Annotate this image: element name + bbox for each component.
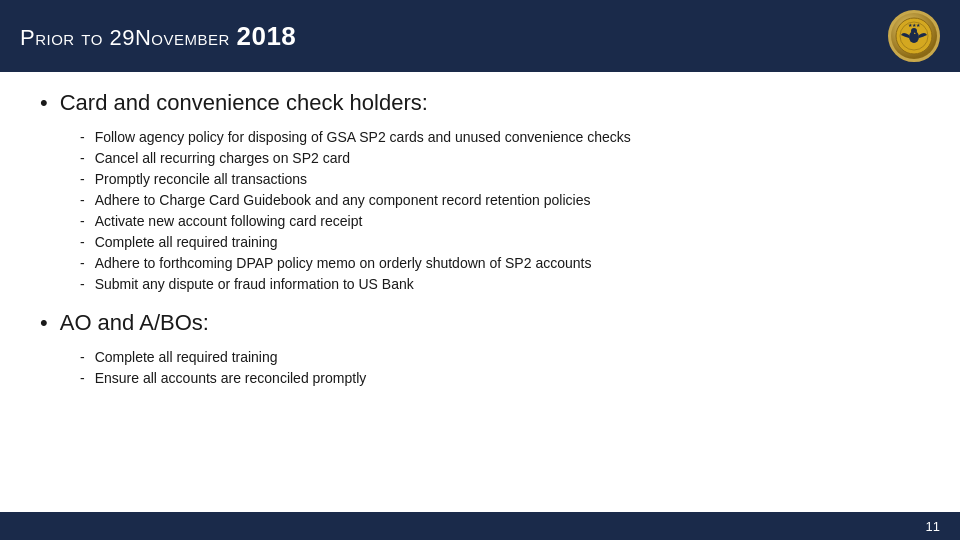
dash-icon: - xyxy=(80,213,85,229)
list-item: -Promptly reconcile all transactions xyxy=(80,168,920,189)
title-year: 2018 xyxy=(236,21,296,51)
list-item: -Complete all required training xyxy=(80,231,920,252)
list-item: -Adhere to Charge Card Guidebook and any… xyxy=(80,189,920,210)
footer-bar: 11 xyxy=(0,512,960,540)
dash-icon: - xyxy=(80,171,85,187)
list-item: -Ensure all accounts are reconciled prom… xyxy=(80,367,920,388)
content: • Card and convenience check holders: -F… xyxy=(0,72,960,414)
logo-circle: ★★★ xyxy=(888,10,940,62)
list-item: -Cancel all recurring charges on SP2 car… xyxy=(80,147,920,168)
logo-inner: ★★★ xyxy=(891,13,937,59)
section1: • Card and convenience check holders: -F… xyxy=(40,90,920,294)
list-item: -Adhere to forthcoming DPAP policy memo … xyxy=(80,252,920,273)
list-item-text: Promptly reconcile all transactions xyxy=(95,171,307,187)
list-item-text: Complete all required training xyxy=(95,349,278,365)
dash-icon: - xyxy=(80,234,85,250)
list-item-text: Adhere to forthcoming DPAP policy memo o… xyxy=(95,255,592,271)
section2: • AO and A/BOs: -Complete all required t… xyxy=(40,310,920,388)
header-title: Prior to 29November 2018 xyxy=(20,21,296,52)
dash-icon: - xyxy=(80,276,85,292)
list-item: -Follow agency policy for disposing of G… xyxy=(80,126,920,147)
dash-icon: - xyxy=(80,192,85,208)
section2-header: • AO and A/BOs: xyxy=(40,310,920,336)
section2-heading: AO and A/BOs: xyxy=(60,310,209,336)
section1-list: -Follow agency policy for disposing of G… xyxy=(80,126,920,294)
section1-bullet: • xyxy=(40,90,48,116)
list-item-text: Complete all required training xyxy=(95,234,278,250)
list-item: -Complete all required training xyxy=(80,346,920,367)
list-item-text: Follow agency policy for disposing of GS… xyxy=(95,129,631,145)
list-item-text: Activate new account following card rece… xyxy=(95,213,363,229)
section2-bullet: • xyxy=(40,310,48,336)
dash-icon: - xyxy=(80,349,85,365)
list-item: -Submit any dispute or fraud information… xyxy=(80,273,920,294)
list-item-text: Ensure all accounts are reconciled promp… xyxy=(95,370,367,386)
department-seal-icon: ★★★ xyxy=(895,17,933,55)
dash-icon: - xyxy=(80,370,85,386)
dash-icon: - xyxy=(80,150,85,166)
list-item-text: Adhere to Charge Card Guidebook and any … xyxy=(95,192,591,208)
section1-header: • Card and convenience check holders: xyxy=(40,90,920,116)
section1-heading: Card and convenience check holders: xyxy=(60,90,428,116)
title-month: November xyxy=(135,25,230,50)
dash-icon: - xyxy=(80,255,85,271)
svg-text:★★★: ★★★ xyxy=(908,22,921,28)
list-item-text: Cancel all recurring charges on SP2 card xyxy=(95,150,350,166)
dash-icon: - xyxy=(80,129,85,145)
list-item: -Activate new account following card rec… xyxy=(80,210,920,231)
header: Prior to 29November 2018 ★★★ xyxy=(0,0,960,72)
list-item-text: Submit any dispute or fraud information … xyxy=(95,276,414,292)
title-prefix: Prior to 29 xyxy=(20,25,135,50)
page-number: 11 xyxy=(926,519,940,534)
section2-list: -Complete all required training-Ensure a… xyxy=(80,346,920,388)
